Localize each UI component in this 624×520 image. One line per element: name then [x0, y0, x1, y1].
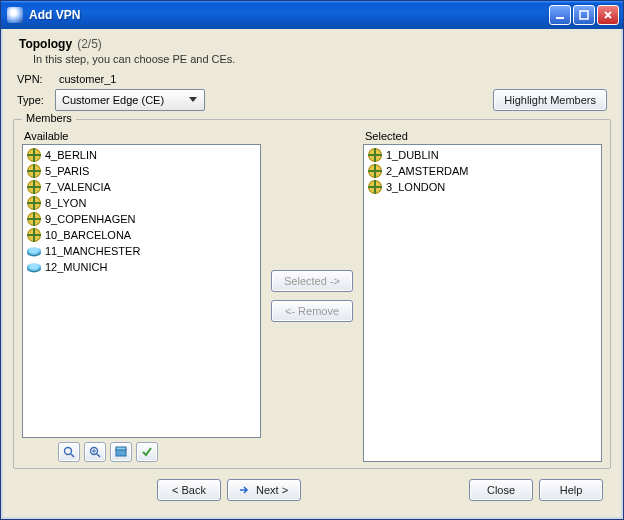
disk-icon: [27, 263, 41, 271]
list-toolbar: [22, 438, 261, 462]
list-item[interactable]: 12_MUNICH: [25, 259, 258, 275]
list-item-label: 8_LYON: [45, 197, 86, 209]
list-item[interactable]: 3_LONDON: [366, 179, 599, 195]
close-icon: [603, 10, 613, 20]
highlight-members-button[interactable]: Highlight Members: [493, 89, 607, 111]
transfer-buttons: Selected -> <- Remove: [269, 130, 355, 462]
next-button[interactable]: Next >: [227, 479, 301, 501]
type-selected-value: Customer Edge (CE): [62, 94, 164, 106]
heading-subtitle: In this step, you can choose PE and CEs.: [33, 53, 611, 65]
list-item-label: 5_PARIS: [45, 165, 89, 177]
svg-rect-0: [556, 17, 564, 19]
type-row: Type: Customer Edge (CE) Highlight Membe…: [17, 89, 607, 111]
magnifier-plus-icon[interactable]: [84, 442, 106, 462]
svg-rect-1: [580, 11, 588, 19]
move-right-button[interactable]: Selected ->: [271, 270, 353, 292]
list-item-label: 4_BERLIN: [45, 149, 97, 161]
magnifier-icon[interactable]: [58, 442, 80, 462]
add-vpn-window: Add VPN Topology (2/5) In this step, you…: [0, 0, 624, 520]
type-combobox[interactable]: Customer Edge (CE): [55, 89, 205, 111]
list-item-label: 9_COPENHAGEN: [45, 213, 135, 225]
list-item-label: 2_AMSTERDAM: [386, 165, 469, 177]
list-item[interactable]: 1_DUBLIN: [366, 147, 599, 163]
globe-icon: [368, 148, 382, 162]
minimize-button[interactable]: [549, 5, 571, 25]
window-title: Add VPN: [29, 8, 549, 22]
vpn-value: customer_1: [55, 73, 120, 85]
chevron-down-icon: [186, 93, 200, 107]
list-item[interactable]: 11_MANCHESTER: [25, 243, 258, 259]
next-button-label: Next >: [256, 484, 288, 496]
disk-icon: [27, 247, 41, 255]
box-icon[interactable]: [110, 442, 132, 462]
globe-icon: [27, 148, 41, 162]
list-item-label: 7_VALENCIA: [45, 181, 111, 193]
heading-title: Topology: [19, 37, 72, 51]
selected-label: Selected: [365, 130, 602, 142]
minimize-icon: [555, 10, 565, 20]
available-column: Available 4_BERLIN5_PARIS7_VALENCIA8_LYO…: [22, 130, 261, 462]
titlebar[interactable]: Add VPN: [1, 1, 623, 29]
globe-icon: [27, 228, 41, 242]
list-item-label: 3_LONDON: [386, 181, 445, 193]
window-controls: [549, 5, 619, 25]
back-button[interactable]: < Back: [157, 479, 221, 501]
check-icon[interactable]: [136, 442, 158, 462]
maximize-icon: [579, 10, 589, 20]
list-item[interactable]: 8_LYON: [25, 195, 258, 211]
list-item[interactable]: 2_AMSTERDAM: [366, 163, 599, 179]
java-icon: [7, 7, 23, 23]
globe-icon: [27, 196, 41, 210]
close-button[interactable]: Close: [469, 479, 533, 501]
close-window-button[interactable]: [597, 5, 619, 25]
move-left-button[interactable]: <- Remove: [271, 300, 353, 322]
list-item-label: 12_MUNICH: [45, 261, 107, 273]
content-area: Topology (2/5) In this step, you can cho…: [1, 29, 623, 519]
globe-icon: [27, 180, 41, 194]
list-item-label: 11_MANCHESTER: [45, 245, 140, 257]
type-label: Type:: [17, 94, 55, 106]
members-legend: Members: [22, 112, 76, 124]
globe-icon: [368, 180, 382, 194]
list-item[interactable]: 10_BARCELONA: [25, 227, 258, 243]
list-item[interactable]: 7_VALENCIA: [25, 179, 258, 195]
vpn-label: VPN:: [17, 73, 55, 85]
vpn-row: VPN: customer_1: [17, 73, 607, 85]
selected-listbox[interactable]: 1_DUBLIN2_AMSTERDAM3_LONDON: [363, 144, 602, 462]
available-label: Available: [24, 130, 261, 142]
list-item-label: 1_DUBLIN: [386, 149, 439, 161]
globe-icon: [27, 212, 41, 226]
available-listbox[interactable]: 4_BERLIN5_PARIS7_VALENCIA8_LYON9_COPENHA…: [22, 144, 261, 438]
list-item[interactable]: 4_BERLIN: [25, 147, 258, 163]
list-item[interactable]: 5_PARIS: [25, 163, 258, 179]
next-arrow-icon: [240, 485, 250, 495]
help-button[interactable]: Help: [539, 479, 603, 501]
svg-point-2: [65, 448, 72, 455]
heading-step: (2/5): [77, 37, 102, 51]
selected-column: Selected 1_DUBLIN2_AMSTERDAM3_LONDON: [363, 130, 602, 462]
globe-icon: [368, 164, 382, 178]
wizard-footer: < Back Next > Close Help: [11, 471, 613, 509]
list-item-label: 10_BARCELONA: [45, 229, 131, 241]
maximize-button[interactable]: [573, 5, 595, 25]
members-group: Members Available 4_BERLIN5_PARIS7_VALEN…: [13, 119, 611, 469]
svg-line-5: [97, 454, 100, 457]
svg-line-3: [71, 454, 74, 457]
wizard-heading: Topology (2/5) In this step, you can cho…: [19, 37, 611, 65]
list-item[interactable]: 9_COPENHAGEN: [25, 211, 258, 227]
globe-icon: [27, 164, 41, 178]
svg-rect-9: [116, 447, 126, 450]
